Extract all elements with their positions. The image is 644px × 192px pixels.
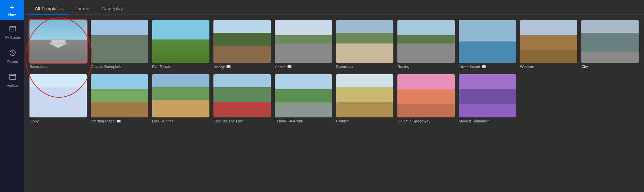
template-name-team-ffa: Team/FFA Arena [275, 119, 332, 123]
template-item-move-it-simulator[interactable]: Move It Simulator [459, 74, 516, 123]
svg-rect-5 [10, 74, 16, 76]
template-grid-area: BaseplateClassic BaseplateFlat TerrainVi… [24, 15, 644, 192]
book-icon: 📖 [481, 65, 486, 69]
template-name-baseplate: Baseplate [29, 65, 87, 69]
template-thumb-move-it-simulator [459, 74, 516, 117]
template-thumb-obby [29, 74, 87, 117]
template-item-flat-terrain[interactable]: Flat Terrain [152, 20, 209, 69]
template-item-line-runner[interactable]: Line Runner [152, 74, 209, 123]
template-thumb-western [520, 20, 577, 63]
template-item-capture-the-flag[interactable]: Capture The Flag [213, 74, 271, 123]
template-item-racing[interactable]: Racing [397, 20, 455, 69]
sidebar-item-archive[interactable]: Archive [0, 68, 24, 92]
my-games-icon [9, 25, 16, 34]
tab-gameplay[interactable]: Gameplay [96, 3, 128, 15]
tab-theme[interactable]: Theme [69, 3, 95, 15]
template-name-move-it-simulator: Move It Simulator [459, 119, 516, 123]
template-grid: BaseplateClassic BaseplateFlat TerrainVi… [29, 20, 639, 123]
template-item-classic-baseplate[interactable]: Classic Baseplate [91, 20, 148, 69]
template-thumb-capture-the-flag [213, 74, 271, 117]
svg-point-1 [10, 28, 11, 29]
template-thumb-combat [336, 74, 393, 117]
template-thumb-castle [275, 20, 332, 63]
template-item-suburban[interactable]: Suburban [336, 20, 393, 69]
new-button[interactable]: + New [0, 0, 24, 20]
tab-all-templates[interactable]: All Templates [29, 3, 68, 15]
book-icon: 📖 [116, 119, 121, 123]
tabs-bar: All Templates Theme Gameplay [24, 0, 644, 15]
svg-rect-4 [10, 75, 16, 80]
template-item-castle[interactable]: Castle📖 [275, 20, 332, 69]
template-name-combat: Combat [336, 119, 393, 123]
template-item-galactic-speedway[interactable]: Galactic Speedway [397, 74, 455, 123]
template-name-classic-baseplate: Classic Baseplate [91, 65, 148, 69]
template-thumb-team-ffa [275, 74, 332, 117]
template-thumb-classic-baseplate [91, 20, 148, 63]
sidebar: + New My Games Recent [0, 0, 24, 192]
template-item-pirate-island[interactable]: Pirate Island📖 [459, 20, 516, 69]
template-item-city[interactable]: City [581, 20, 639, 69]
template-thumb-pirate-island [459, 20, 516, 63]
plus-icon: + [10, 4, 14, 11]
template-name-western: Western [520, 65, 577, 69]
sidebar-item-archive-label: Archive [7, 84, 18, 88]
template-thumb-starting-place [91, 74, 148, 117]
template-thumb-racing [397, 20, 455, 63]
template-item-western[interactable]: Western [520, 20, 577, 69]
template-item-team-ffa[interactable]: Team/FFA Arena [275, 74, 332, 123]
template-name-flat-terrain: Flat Terrain [152, 65, 209, 69]
archive-icon [9, 73, 16, 82]
template-item-combat[interactable]: Combat [336, 74, 393, 123]
book-icon: 📖 [226, 65, 231, 69]
new-label: New [8, 12, 16, 16]
template-name-city: City [581, 65, 639, 69]
template-name-suburban: Suburban [336, 65, 393, 69]
template-name-castle: Castle📖 [275, 65, 332, 69]
template-thumb-galactic-speedway [397, 74, 455, 117]
template-name-pirate-island: Pirate Island📖 [459, 65, 516, 69]
template-thumb-baseplate [29, 20, 87, 63]
sidebar-item-my-games-label: My Games [4, 36, 20, 39]
book-icon: 📖 [287, 65, 292, 69]
template-name-obby: Obby [29, 119, 87, 123]
sidebar-item-recent-label: Recent [7, 60, 18, 64]
template-item-baseplate[interactable]: Baseplate [29, 20, 87, 69]
template-thumb-village [213, 20, 271, 63]
template-thumb-city [581, 20, 639, 63]
template-name-racing: Racing [397, 65, 455, 69]
template-thumb-flat-terrain [152, 20, 209, 63]
svg-rect-6 [29, 20, 87, 40]
template-thumb-line-runner [152, 74, 209, 117]
template-name-village: Village📖 [213, 65, 271, 69]
template-name-line-runner: Line Runner [152, 119, 209, 123]
template-name-galactic-speedway: Galactic Speedway [397, 119, 455, 123]
recent-icon [9, 49, 16, 58]
sidebar-item-my-games[interactable]: My Games [0, 20, 24, 44]
template-name-starting-place: Starting Place📖 [91, 119, 148, 123]
template-name-capture-the-flag: Capture The Flag [213, 119, 271, 123]
main-content: All Templates Theme Gameplay [24, 0, 644, 192]
template-item-village[interactable]: Village📖 [213, 20, 271, 69]
svg-rect-2 [12, 29, 15, 29]
template-item-obby[interactable]: Obby [29, 74, 87, 123]
template-item-starting-place[interactable]: Starting Place📖 [91, 74, 148, 123]
sidebar-item-recent[interactable]: Recent [0, 44, 24, 68]
template-thumb-suburban [336, 20, 393, 63]
